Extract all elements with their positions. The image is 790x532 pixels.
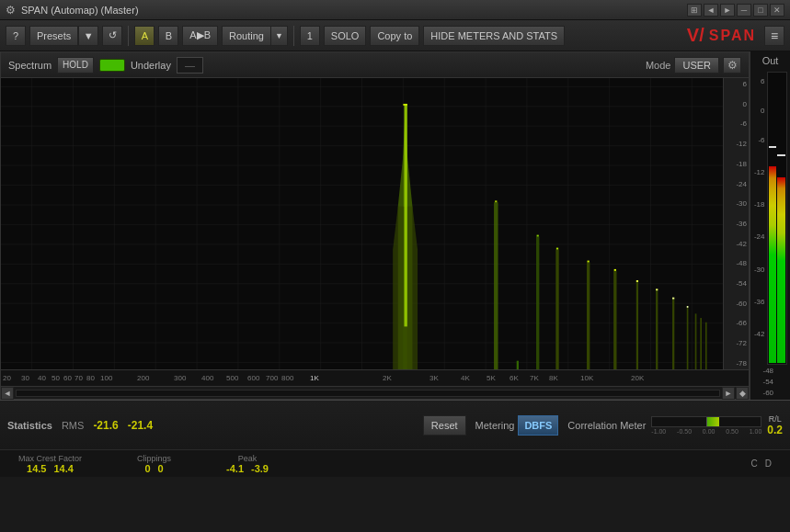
rms-value-left: -21.6 [93, 419, 118, 432]
correlation-scale: -1.00 -0.50 0.00 0.50 1.00 [651, 428, 761, 435]
help-button[interactable]: ? [6, 26, 26, 46]
svg-rect-36 [403, 104, 406, 106]
clippings-section: Clippings 0 0 [137, 454, 171, 474]
svg-rect-41 [555, 249, 558, 369]
svg-rect-55 [695, 313, 697, 369]
svg-rect-47 [636, 282, 638, 369]
spectrum-visualization [1, 78, 723, 369]
grid-btn[interactable]: ⊞ [687, 4, 702, 17]
routing-dropdown-button[interactable]: ▼ [270, 26, 288, 46]
logo-area: V/ SPAN ≡ [687, 25, 784, 46]
separator-1 [128, 26, 129, 46]
svg-rect-44 [588, 261, 590, 263]
close-btn[interactable]: ✕ [770, 4, 784, 17]
presets-arrow-button[interactable]: ▼ [78, 26, 98, 46]
out-meter-panel: Out 6 0 -6 -12 -18 -24 -30 -36 -42 [750, 51, 790, 400]
metering-area: Metering DBFS [475, 415, 559, 436]
horizontal-scrollbar: ◄ ► ◆ [1, 386, 749, 399]
hold-button[interactable]: HOLD [57, 57, 94, 74]
out-label: Out [762, 55, 779, 66]
svg-rect-38 [495, 200, 497, 202]
peak-section: Peak -4.1 -3.9 [226, 454, 269, 474]
max-crest-right: 14.4 [54, 463, 74, 474]
minimize-btn[interactable]: ─ [737, 4, 751, 17]
ab-b-button[interactable]: B [158, 26, 178, 46]
spectrum-canvas[interactable]: 6 0 -6 -12 -18 -24 -30 -36 -42 -48 -54 -… [1, 78, 749, 369]
svg-rect-40 [537, 235, 539, 237]
logo-icon: V/ [687, 25, 704, 46]
svg-rect-35 [404, 104, 406, 326]
scroll-zoom-button[interactable]: ◆ [736, 387, 749, 400]
svg-rect-45 [613, 271, 616, 369]
mode-label: Mode [646, 60, 671, 71]
rl-label: R/L [769, 414, 782, 424]
svg-rect-43 [587, 262, 590, 369]
prev-btn[interactable]: ◄ [704, 4, 718, 17]
window-title: SPAN (Automap) (Master) [21, 5, 681, 16]
solo-button[interactable]: SOLO [324, 26, 367, 46]
max-crest-section: Max Crest Factor 14.5 14.4 [18, 454, 82, 474]
clippings-label: Clippings [137, 454, 171, 463]
stats-bottom-bar: Max Crest Factor 14.5 14.4 Clippings 0 0… [0, 449, 790, 477]
logo-text: SPAN [709, 28, 756, 44]
svg-rect-52 [672, 298, 674, 300]
rms-label: RMS [62, 420, 84, 431]
peak-label: Peak [238, 454, 258, 463]
app-icon: ⚙ [6, 4, 16, 17]
svg-rect-56 [700, 318, 702, 369]
svg-rect-49 [656, 290, 658, 369]
y-scale: 6 0 -6 -12 -18 -24 -30 -36 -42 -48 -54 -… [723, 78, 749, 369]
channel-labels: C D [751, 458, 772, 469]
svg-rect-50 [656, 289, 658, 290]
refresh-button[interactable]: ↺ [102, 26, 122, 46]
svg-rect-58 [517, 361, 519, 369]
mode-button[interactable]: USER [674, 57, 719, 74]
peak-left: -4.1 [226, 463, 244, 474]
gear-button[interactable]: ⚙ [723, 57, 741, 74]
rms-value-right: -21.4 [128, 419, 153, 432]
correlation-meter [651, 416, 761, 427]
scroll-right-button[interactable]: ► [722, 387, 735, 400]
dbfs-button[interactable]: DBFS [518, 415, 558, 436]
svg-rect-53 [687, 308, 689, 369]
underlay-label: Underlay [131, 60, 171, 71]
svg-rect-42 [556, 248, 558, 250]
clippings-left: 0 [144, 463, 150, 474]
meter-right [777, 74, 785, 363]
scroll-left-button[interactable]: ◄ [1, 387, 14, 400]
spectrum-header: Spectrum HOLD Underlay — Mode USER ⚙ [1, 52, 749, 78]
mode-area: Mode USER ⚙ [646, 57, 741, 74]
window-controls: ⊞ ◄ ► ─ □ ✕ [687, 4, 784, 17]
main-area: Spectrum HOLD Underlay — Mode USER ⚙ 6 0… [0, 51, 790, 400]
ab-a-button[interactable]: A [134, 26, 155, 46]
metering-label: Metering [475, 420, 515, 431]
svg-rect-48 [636, 280, 638, 282]
maximize-btn[interactable]: □ [753, 4, 768, 17]
spectrum-label: Spectrum [8, 60, 52, 71]
correlation-area: Correlation Meter -1.00 -0.50 0.00 0.50 … [567, 414, 783, 436]
correlation-value: 0.2 [767, 424, 783, 436]
channel-button[interactable]: 1 [300, 26, 320, 46]
copy-to-button[interactable]: Copy to [370, 26, 419, 46]
active-led [99, 59, 125, 72]
svg-rect-51 [672, 300, 674, 369]
scroll-track[interactable] [16, 390, 720, 397]
spectrum-panel: Spectrum HOLD Underlay — Mode USER ⚙ 6 0… [0, 51, 750, 400]
hide-meters-button[interactable]: HIDE METERS AND STATS [423, 26, 565, 46]
next-btn[interactable]: ► [720, 4, 735, 17]
presets-button[interactable]: Presets [29, 26, 78, 46]
max-crest-left: 14.5 [27, 463, 46, 474]
title-bar: ⚙ SPAN (Automap) (Master) ⊞ ◄ ► ─ □ ✕ [0, 0, 790, 20]
underlay-selector[interactable]: — [177, 57, 203, 74]
svg-rect-46 [614, 269, 616, 271]
svg-rect-57 [705, 323, 707, 369]
svg-rect-39 [536, 236, 539, 369]
max-crest-label: Max Crest Factor [18, 454, 82, 463]
toolbar: ? Presets ▼ ↺ A B A▶B Routing ▼ 1 SOLO C… [0, 20, 790, 51]
copy-ab-button[interactable]: A▶B [182, 26, 218, 46]
menu-button[interactable]: ≡ [764, 26, 784, 46]
routing-button[interactable]: Routing [222, 26, 270, 46]
separator-2 [293, 26, 294, 46]
channel-c-label: C [751, 458, 758, 469]
reset-button[interactable]: Reset [423, 415, 466, 436]
